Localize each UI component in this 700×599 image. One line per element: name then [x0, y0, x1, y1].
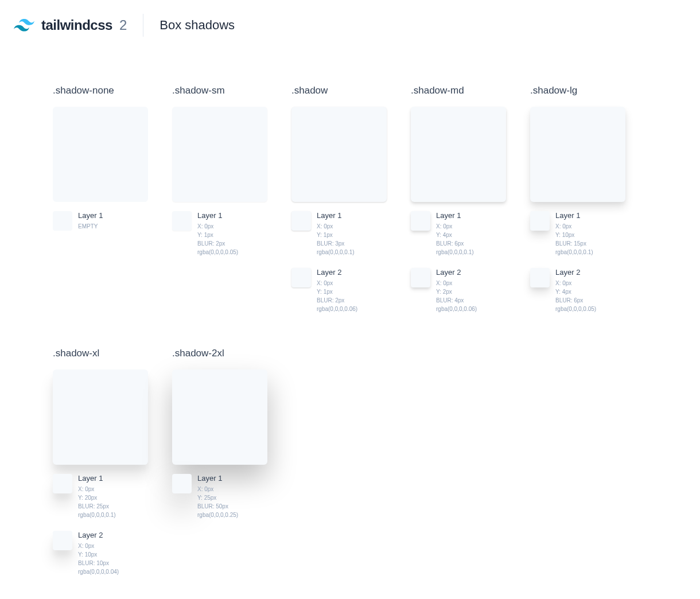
layer-title: Layer 1: [555, 211, 625, 220]
brand-version: 2: [119, 17, 127, 33]
shadow-layer: Layer 1X: 0pxY: 20pxBLUR: 25pxrgba(0,0,0…: [53, 474, 148, 519]
layer-title: Layer 1: [197, 211, 267, 220]
mini-swatch: [172, 211, 192, 231]
mini-swatch: [172, 474, 192, 493]
header: tailwindcss 2 Box shadows: [0, 0, 700, 50]
shadow-card: .shadow-lgLayer 1X: 0pxY: 10pxBLUR: 15px…: [530, 85, 625, 325]
layer-title: Layer 2: [555, 268, 625, 277]
shadow-card: .shadow-mdLayer 1X: 0pxY: 4pxBLUR: 6pxrg…: [411, 85, 506, 325]
layer-y: Y: 25px: [197, 493, 267, 502]
shadow-swatch: [411, 107, 506, 202]
mini-swatch: [530, 211, 550, 231]
shadow-layer: Layer 2X: 0pxY: 10pxBLUR: 10pxrgba(0,0,0…: [53, 531, 148, 576]
page-title: Box shadows: [160, 18, 235, 33]
layer-blur: BLUR: 25px: [78, 502, 148, 511]
brand-name: tailwindcss: [41, 17, 112, 33]
layer-color: rgba(0,0,0,0.06): [436, 305, 506, 313]
layer-blur: BLUR: 15px: [555, 239, 625, 248]
layer-color: rgba(0,0,0,0.1): [317, 248, 387, 256]
shadow-layer: Layer 1EMPTY: [53, 211, 148, 231]
layer-title: Layer 1: [78, 211, 148, 220]
shadow-grid: .shadow-noneLayer 1EMPTY.shadow-smLayer …: [0, 50, 700, 599]
mini-swatch: [530, 268, 550, 287]
layer-title: Layer 1: [78, 474, 148, 483]
layer-y: Y: 2px: [436, 287, 506, 296]
layer-info: Layer 1X: 0pxY: 1pxBLUR: 3pxrgba(0,0,0,0…: [317, 211, 387, 256]
shadow-layer: Layer 1X: 0pxY: 1pxBLUR: 2pxrgba(0,0,0,0…: [172, 211, 267, 256]
mini-swatch: [291, 211, 311, 231]
layer-y: Y: 1px: [317, 287, 387, 296]
layer-info: Layer 1X: 0pxY: 1pxBLUR: 2pxrgba(0,0,0,0…: [197, 211, 267, 256]
layer-color: rgba(0,0,0,0.06): [317, 305, 387, 313]
shadow-swatch: [172, 107, 267, 202]
layer-color: rgba(0,0,0,0.25): [197, 511, 267, 519]
shadow-card: .shadow-2xlLayer 1X: 0pxY: 25pxBLUR: 50p…: [172, 348, 267, 588]
shadow-card: .shadow-xlLayer 1X: 0pxY: 20pxBLUR: 25px…: [53, 348, 148, 588]
shadow-card: .shadow-noneLayer 1EMPTY: [53, 85, 148, 325]
shadow-layer: Layer 1X: 0pxY: 25pxBLUR: 50pxrgba(0,0,0…: [172, 474, 267, 519]
shadow-card: .shadowLayer 1X: 0pxY: 1pxBLUR: 3pxrgba(…: [291, 85, 387, 325]
layer-color: rgba(0,0,0,0.1): [555, 248, 625, 256]
layer-info: Layer 2X: 0pxY: 10pxBLUR: 10pxrgba(0,0,0…: [78, 531, 148, 576]
layer-color: rgba(0,0,0,0.1): [78, 511, 148, 519]
layer-info: Layer 1X: 0pxY: 20pxBLUR: 25pxrgba(0,0,0…: [78, 474, 148, 519]
layer-title: Layer 2: [78, 531, 148, 539]
layer-info: Layer 1EMPTY: [78, 211, 148, 231]
layer-blur: BLUR: 10px: [78, 559, 148, 567]
layer-info: Layer 2X: 0pxY: 4pxBLUR: 6pxrgba(0,0,0,0…: [555, 268, 625, 313]
layer-info: Layer 1X: 0pxY: 10pxBLUR: 15pxrgba(0,0,0…: [555, 211, 625, 256]
mini-swatch: [411, 211, 430, 231]
mini-swatch: [291, 268, 311, 287]
layer-x: X: 0px: [78, 485, 148, 493]
layer-y: Y: 10px: [78, 550, 148, 559]
shadow-swatch: [172, 369, 267, 465]
layer-x: X: 0px: [436, 222, 506, 231]
layer-title: Layer 2: [317, 268, 387, 277]
layer-title: Layer 1: [197, 474, 267, 483]
layer-blur: BLUR: 6px: [555, 296, 625, 305]
layer-blur: BLUR: 2px: [317, 296, 387, 305]
shadow-class-name: .shadow-2xl: [172, 348, 267, 359]
layer-x: X: 0px: [317, 279, 387, 287]
layer-info: Layer 1X: 0pxY: 25pxBLUR: 50pxrgba(0,0,0…: [197, 474, 267, 519]
mini-swatch: [53, 474, 72, 493]
shadow-swatch: [53, 107, 148, 202]
tailwind-logo-icon: [14, 18, 34, 32]
layer-color: rgba(0,0,0,0.04): [78, 567, 148, 576]
layer-x: X: 0px: [436, 279, 506, 287]
shadow-class-name: .shadow-lg: [530, 85, 625, 96]
layer-empty: EMPTY: [78, 222, 148, 231]
layer-y: Y: 20px: [78, 493, 148, 502]
layer-blur: BLUR: 50px: [197, 502, 267, 511]
brand: tailwindcss 2: [14, 17, 127, 33]
layer-x: X: 0px: [555, 279, 625, 287]
shadow-swatch: [291, 107, 387, 202]
layer-title: Layer 1: [317, 211, 387, 220]
shadow-layer: Layer 1X: 0pxY: 4pxBLUR: 6pxrgba(0,0,0,0…: [411, 211, 506, 256]
layer-y: Y: 1px: [317, 231, 387, 239]
layer-y: Y: 10px: [555, 231, 625, 239]
layer-title: Layer 1: [436, 211, 506, 220]
shadow-layer: Layer 1X: 0pxY: 1pxBLUR: 3pxrgba(0,0,0,0…: [291, 211, 387, 256]
layer-blur: BLUR: 2px: [197, 239, 267, 248]
layer-y: Y: 4px: [436, 231, 506, 239]
layer-y: Y: 1px: [197, 231, 267, 239]
vertical-divider: [143, 14, 143, 37]
shadow-class-name: .shadow-sm: [172, 85, 267, 96]
layer-color: rgba(0,0,0,0.05): [555, 305, 625, 313]
shadow-class-name: .shadow-xl: [53, 348, 148, 359]
layer-info: Layer 2X: 0pxY: 2pxBLUR: 4pxrgba(0,0,0,0…: [436, 268, 506, 313]
layer-x: X: 0px: [317, 222, 387, 231]
layer-color: rgba(0,0,0,0.05): [197, 248, 267, 256]
layer-x: X: 0px: [197, 485, 267, 493]
layer-info: Layer 1X: 0pxY: 4pxBLUR: 6pxrgba(0,0,0,0…: [436, 211, 506, 256]
shadow-card: .shadow-smLayer 1X: 0pxY: 1pxBLUR: 2pxrg…: [172, 85, 267, 325]
shadow-class-name: .shadow: [291, 85, 387, 96]
layer-x: X: 0px: [197, 222, 267, 231]
shadow-class-name: .shadow-md: [411, 85, 506, 96]
shadow-swatch: [53, 369, 148, 465]
shadow-layer: Layer 2X: 0pxY: 4pxBLUR: 6pxrgba(0,0,0,0…: [530, 268, 625, 313]
layer-y: Y: 4px: [555, 287, 625, 296]
layer-blur: BLUR: 6px: [436, 239, 506, 248]
layer-blur: BLUR: 3px: [317, 239, 387, 248]
